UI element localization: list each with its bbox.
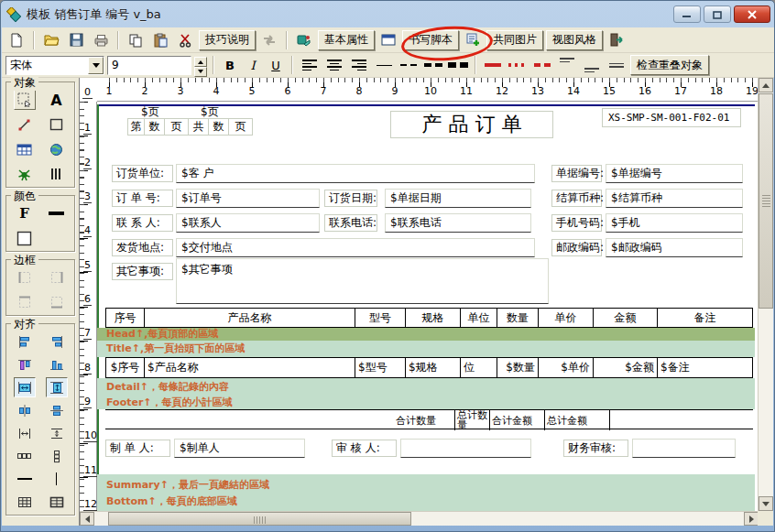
detail-cell[interactable]: $序号 — [106, 358, 145, 377]
center-horizontal-icon[interactable] — [14, 400, 36, 420]
barcode-tool[interactable] — [46, 164, 68, 184]
space-vertically-icon[interactable] — [46, 423, 68, 443]
view-style-button[interactable]: 视图风格 — [546, 30, 603, 50]
tips-button[interactable]: 技巧说明 — [199, 30, 256, 50]
page-cell[interactable]: 第 — [127, 118, 145, 136]
table-header-cell[interactable]: 数量 — [497, 309, 539, 327]
spin-up-icon[interactable] — [194, 57, 207, 67]
font-family-select[interactable]: 宋体 — [5, 56, 104, 75]
border-top-tool[interactable] — [14, 292, 36, 312]
table-header-cell[interactable]: 单位 — [461, 309, 497, 327]
subtotal-row[interactable]: 合计数量总计数量合计金额总计金额 — [105, 409, 753, 429]
field-label-other[interactable]: 其它事项: — [112, 263, 173, 280]
table-header-cell[interactable]: 产品名称 — [145, 309, 355, 327]
align-rights-icon[interactable] — [46, 331, 68, 352]
field-label-address[interactable]: 发货地点: — [112, 239, 173, 256]
same-width-icon[interactable] — [14, 377, 36, 397]
subtotal-cell[interactable]: 合计金额 — [489, 410, 544, 430]
template-canvas[interactable]: $页 $页 第数页共数页 产品订单 XS-SMP-SM-001-F02-01 订… — [97, 102, 759, 511]
field-label-maker[interactable]: 制 单 人: — [105, 440, 170, 457]
field-label-phone[interactable]: 联系电话: — [324, 214, 377, 232]
field-value-mobile[interactable]: $手机 — [606, 213, 743, 233]
table-header-cell[interactable]: 单价 — [539, 309, 594, 327]
subtotal-cell[interactable]: 总计金额 — [544, 410, 610, 430]
table-header-cell[interactable]: 金额 — [594, 309, 658, 327]
band-head[interactable]: Head↑,每頁頂部的區域 — [97, 328, 755, 341]
field-value-doc-no[interactable]: $单据编号 — [606, 164, 743, 183]
align-left-icon[interactable] — [299, 55, 321, 75]
red-line-dashed-icon[interactable] — [531, 55, 553, 75]
exit-icon[interactable] — [606, 30, 628, 50]
line-dash-medium-icon[interactable] — [398, 55, 420, 75]
center-vertical-icon[interactable] — [46, 400, 68, 420]
same-height-icon[interactable] — [46, 377, 68, 397]
vertical-scroll-thumb[interactable] — [759, 93, 773, 309]
double-line-top-icon[interactable] — [556, 55, 578, 75]
table-grid-icon[interactable] — [46, 492, 68, 512]
field-value-order-date[interactable]: $单据日期 — [385, 189, 531, 208]
subtotal-cell[interactable]: 总计数量 — [454, 410, 489, 430]
italic-button[interactable]: I — [243, 55, 263, 75]
copy-icon[interactable] — [125, 30, 147, 50]
field-label-mobile[interactable]: 手机号码: — [551, 214, 602, 232]
align-right-icon[interactable] — [348, 55, 370, 75]
field-label-currency[interactable]: 结算币种: — [551, 190, 602, 207]
field-value-auditor[interactable] — [400, 439, 531, 458]
select-tool[interactable] — [14, 90, 36, 110]
horizontal-line-icon[interactable] — [14, 469, 36, 489]
line-thin-icon[interactable] — [373, 55, 395, 75]
page-cell[interactable]: 数 — [208, 118, 229, 136]
border-bottom-tool[interactable] — [46, 292, 68, 312]
grid-icon[interactable] — [14, 492, 36, 512]
align-lefts-icon[interactable] — [14, 331, 36, 352]
doc-code[interactable]: XS-SMP-SM-001-F02-01 — [602, 108, 741, 127]
line-dash-thick-icon[interactable] — [422, 55, 444, 75]
print-preview-icon[interactable] — [90, 30, 112, 50]
save-icon[interactable] — [65, 30, 87, 50]
scroll-right-icon[interactable] — [744, 512, 759, 526]
field-value-order-no[interactable]: $订单号 — [176, 189, 320, 208]
spin-down-icon[interactable] — [194, 67, 207, 77]
table-header-cell[interactable]: 备注 — [658, 309, 752, 327]
minimize-button[interactable] — [673, 5, 701, 23]
page-cell[interactable]: 数 — [144, 118, 165, 136]
band-detail-footer[interactable]: Detail↑，每條記錄的內容 Footer↑，每頁的小計區域 — [97, 378, 755, 409]
align-tops-icon[interactable] — [14, 354, 36, 375]
field-value-customer[interactable]: $客 户 — [176, 164, 535, 183]
close-button[interactable] — [734, 5, 770, 23]
page-cell[interactable]: 共 — [188, 118, 209, 136]
subtotal-cell[interactable]: 合计数量 — [394, 410, 454, 430]
font-color-tool[interactable]: F — [14, 203, 36, 223]
field-value-address[interactable]: $交付地点 — [176, 238, 535, 257]
table-header-cell[interactable]: 序号 — [106, 309, 145, 327]
new-icon[interactable] — [5, 30, 27, 50]
border-left-tool[interactable] — [14, 267, 36, 288]
write-script-button[interactable]: 书写脚本 — [402, 30, 459, 50]
detail-row[interactable]: $序号$产品名称$型号$规格位$数量$单价$金额$备注 — [105, 357, 753, 378]
field-value-currency[interactable]: $结算币种 — [606, 189, 743, 208]
font-size-input[interactable]: 9 — [107, 56, 191, 75]
detail-cell[interactable]: $单价 — [539, 358, 594, 377]
bold-button[interactable]: B — [220, 55, 240, 75]
equal-columns-icon[interactable] — [14, 446, 36, 466]
page-cell[interactable]: 页 — [228, 118, 253, 136]
window-properties-icon[interactable] — [377, 30, 399, 50]
basic-properties-button[interactable]: 基本属性 — [318, 30, 375, 50]
border-right-tool[interactable] — [46, 267, 68, 288]
field-value-maker[interactable]: $制单人 — [174, 439, 305, 458]
page-cell[interactable]: 页 — [164, 118, 189, 136]
image-tool[interactable] — [14, 164, 36, 184]
horizontal-scroll-thumb[interactable] — [108, 512, 411, 526]
field-label-finance[interactable]: 财务审核: — [563, 440, 628, 457]
double-line-middle-icon[interactable] — [606, 55, 628, 75]
field-label-order-no[interactable]: 订 单 号: — [112, 190, 173, 207]
text-tool[interactable]: A — [46, 90, 68, 110]
band-title[interactable]: Title↑,第一頁抬頭下面的區域 — [97, 341, 755, 357]
table-header-cell[interactable]: 型号 — [355, 309, 406, 327]
red-line-solid-icon[interactable] — [482, 55, 504, 75]
detail-cell[interactable]: $数量 — [497, 358, 539, 377]
vertical-scrollbar[interactable] — [758, 78, 773, 511]
field-label-auditor[interactable]: 审 核 人: — [332, 440, 397, 457]
line-tool[interactable] — [14, 114, 36, 135]
field-label-doc-no[interactable]: 单据编号: — [551, 165, 602, 182]
